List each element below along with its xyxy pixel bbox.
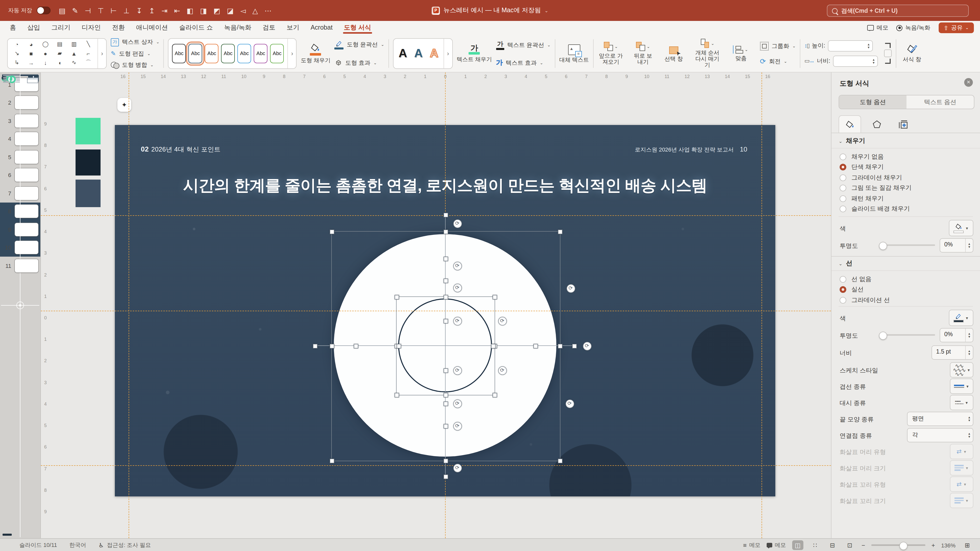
selection-handle[interactable] — [394, 392, 399, 397]
rotate-handle-icon[interactable]: ⟳ — [453, 366, 462, 375]
shape-gallery-item[interactable]: → — [24, 58, 38, 67]
stepper[interactable]: ▲▼ — [966, 412, 973, 426]
fill-line-tab[interactable] — [838, 115, 861, 133]
line-end-handle[interactable] — [313, 344, 317, 348]
line-width-field[interactable]: 1.5 pt ▲▼ — [932, 345, 974, 360]
rotate-handle-icon[interactable]: ⟳ — [453, 283, 462, 292]
ribbon-tab[interactable]: 홈 — [4, 21, 22, 35]
language-indicator[interactable]: 한국어 — [69, 541, 86, 549]
shape-style-chip[interactable]: Abc — [189, 44, 202, 63]
slider-knob[interactable] — [879, 241, 887, 250]
quick-access-icon[interactable]: ⊥ — [123, 7, 129, 14]
comments-toggle-button[interactable]: 메모 — [767, 541, 786, 549]
edit-shape-button[interactable]: ✎ 도형 편집⌄ — [111, 50, 159, 57]
shape-gallery-item[interactable]: ◕ — [24, 40, 38, 49]
line-end-handle[interactable] — [443, 474, 448, 479]
slide-thumbnail[interactable] — [15, 241, 38, 254]
line-handle[interactable] — [443, 368, 448, 373]
line-handle[interactable] — [533, 344, 538, 348]
fill-transparency-field[interactable]: 0% ▲▼ — [940, 238, 974, 252]
ribbon-tab[interactable]: 그리기 — [46, 21, 76, 35]
line-handle[interactable] — [443, 401, 448, 406]
effects-tab[interactable] — [866, 116, 888, 133]
fill-option-radio[interactable]: 패턴 채우기 — [840, 194, 884, 203]
ribbon-tab[interactable]: 녹음/녹화 — [218, 21, 257, 35]
line-handle[interactable] — [396, 344, 401, 348]
quick-access-icon[interactable]: ✎ — [72, 7, 78, 14]
quick-access-icon[interactable]: ⊣ — [85, 7, 91, 14]
lock-aspect-checkbox[interactable] — [884, 49, 891, 57]
rotate-button[interactable]: ⟳ 회전⌄ — [760, 57, 796, 65]
rotate-handle-icon[interactable]: ⟳ — [453, 262, 462, 270]
notes-button[interactable]: ≡ 메모 — [743, 541, 760, 549]
line-handle[interactable] — [443, 278, 448, 283]
fill-option-radio[interactable]: 그림 또는 질감 채우기 — [840, 183, 912, 192]
text-outline-button[interactable]: 가 텍스트 윤곽선⌄ — [496, 40, 551, 50]
ribbon-tab[interactable]: 검토 — [257, 21, 281, 35]
crosshair-vertical-line[interactable] — [445, 214, 445, 476]
shape-fill-button[interactable]: 도형 채우기 — [301, 43, 331, 63]
ribbon-tab[interactable]: Acrobat — [305, 21, 338, 35]
align-button[interactable]: ⌄ 맞춤 — [729, 45, 753, 61]
width-field[interactable]: ▲▼ — [833, 56, 878, 67]
stepper[interactable]: ▲▼ — [965, 346, 973, 359]
shape-gallery-item[interactable]: ▤ — [52, 40, 67, 49]
cap-type-select[interactable]: 평면 ▲▼ — [907, 412, 974, 426]
ribbon-tab[interactable]: 도형 서식 — [338, 21, 377, 35]
comments-button[interactable]: 메모 — [867, 24, 888, 32]
slide-kicker[interactable]: 022026년 4대 혁신 포인트 — [141, 145, 221, 154]
style-gallery-expand-icon[interactable]: › — [288, 38, 296, 68]
selection-handle[interactable] — [443, 392, 448, 397]
shape-gallery-item[interactable]: ▰ — [52, 49, 67, 58]
selection-handle[interactable] — [558, 344, 562, 348]
fill-transparency-slider[interactable] — [880, 245, 935, 246]
shape-style-chip[interactable]: Abc — [221, 44, 235, 63]
shape-gallery-item[interactable]: ↳ — [10, 58, 24, 67]
alt-text-button[interactable]: 대체 텍스트 — [559, 44, 589, 62]
rotate-handle-icon[interactable]: ⟳ — [453, 219, 462, 228]
shape-gallery-item[interactable]: ⌐ — [81, 49, 95, 58]
selection-handle[interactable] — [329, 344, 334, 348]
compound-type-dropdown[interactable]: ▼ — [950, 379, 974, 394]
shape-style-chip[interactable]: Abc — [172, 44, 186, 63]
slide-thumbnail[interactable] — [15, 259, 38, 272]
zoom-out-icon[interactable]: − — [862, 541, 865, 549]
wordart-style-orange[interactable]: A — [430, 46, 438, 60]
search-input[interactable]: 검색(Cmd + Ctrl + U) — [827, 5, 969, 17]
shape-style-chip[interactable]: Abc — [254, 44, 268, 63]
quick-access-icon[interactable]: ◪ — [227, 7, 234, 14]
more-commands-icon[interactable]: ⋯ — [265, 7, 272, 14]
quick-access-icon[interactable]: ⊤ — [97, 7, 103, 14]
line-transparency-field[interactable]: 0% ▲▼ — [940, 328, 974, 342]
shape-gallery-expand-icon[interactable]: › — [97, 38, 106, 68]
ribbon-tab[interactable]: 슬라이드 쇼 — [173, 21, 218, 35]
wordart-gallery-expand-icon[interactable]: › — [444, 38, 452, 68]
rotate-handle-icon[interactable]: ⟳ — [565, 399, 574, 408]
slide-header-right[interactable]: 로지스원 2026년 사업 확장 전략 보고서 10 — [635, 145, 747, 154]
color-swatch-green[interactable] — [76, 118, 100, 144]
rotate-handle-icon[interactable]: ⟳ — [583, 341, 591, 350]
fill-option-radio[interactable]: 슬라이드 배경 채우기 — [840, 204, 910, 213]
selection-handle[interactable] — [558, 458, 562, 463]
share-button[interactable]: ⇧ 공유 ⌄ — [939, 22, 974, 33]
shape-gallery-item[interactable]: ↘ — [10, 49, 24, 58]
guide-horizontal-lower[interactable] — [41, 465, 831, 466]
rotate-handle-icon[interactable]: ⟳ — [498, 317, 507, 325]
quick-access-icon[interactable]: ↧ — [136, 7, 142, 14]
stepper[interactable]: ▲▼ — [965, 239, 973, 252]
shape-style-chip[interactable]: Abc — [205, 44, 219, 63]
ribbon-tab[interactable]: 애니메이션 — [130, 21, 173, 35]
merge-shapes-button[interactable]: 도형 병합⌄ — [111, 61, 159, 68]
shape-gallery-item[interactable]: ⌒ — [81, 58, 95, 67]
rotate-handle-icon[interactable]: ⟳ — [453, 422, 462, 430]
line-option-radio[interactable]: 그라데이션 선 — [840, 295, 890, 305]
line-handle[interactable] — [443, 319, 448, 323]
slide-thumbnail-row[interactable]: 10 — [0, 238, 40, 257]
slide-canvas[interactable]: 1615141312111098765432101234567891011121… — [41, 73, 831, 538]
record-button[interactable]: 녹음/녹화 — [897, 24, 930, 32]
line-handle[interactable] — [443, 424, 448, 428]
selection-handle[interactable] — [443, 229, 448, 234]
wordart-style-blue[interactable]: A — [414, 46, 423, 60]
color-swatch-slate[interactable] — [76, 179, 100, 207]
close-icon[interactable]: ✕ — [964, 78, 973, 87]
